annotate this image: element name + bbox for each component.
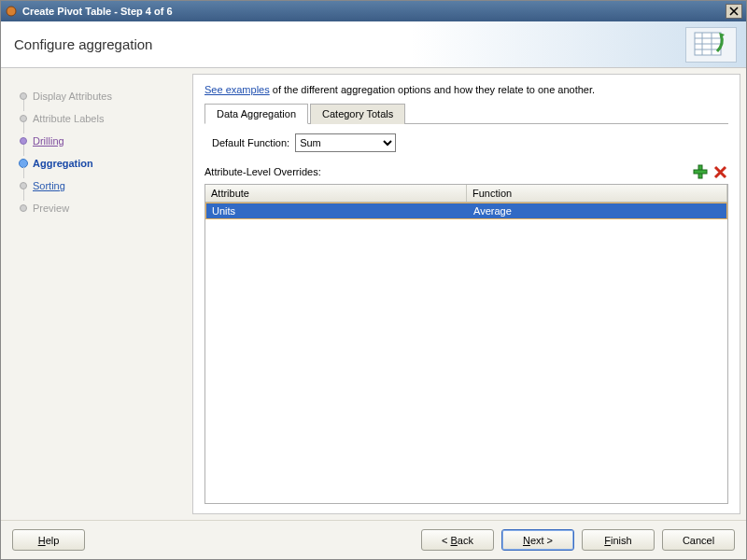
step-label: Attribute Labels — [33, 113, 104, 124]
wizard-header: Configure aggregation — [1, 21, 746, 68]
svg-point-0 — [7, 7, 16, 16]
step-label: Aggregation — [33, 158, 93, 169]
tabpane-data-aggregation: Default Function: Sum — [204, 124, 728, 158]
step-label: Sorting — [33, 180, 65, 191]
step-dot-icon — [20, 115, 27, 122]
col-function[interactable]: Function — [467, 185, 727, 202]
step-aggregation[interactable]: Aggregation — [16, 152, 185, 175]
step-dot-icon — [20, 137, 27, 145]
overrides-label: Attribute-Level Overrides: — [204, 166, 689, 177]
overrides-table: Attribute Function Units Average — [204, 184, 728, 504]
default-function-label: Default Function: — [212, 137, 289, 148]
intro-rest: of the different aggregation options and… — [270, 84, 595, 95]
step-label: Drilling — [33, 135, 64, 147]
window-title: Create Pivot Table - Step 4 of 6 — [22, 6, 726, 17]
step-drilling[interactable]: Drilling — [16, 130, 185, 152]
finish-button[interactable]: Finish — [582, 529, 655, 551]
step-label: Preview — [33, 203, 69, 214]
table-row[interactable]: Units Average — [205, 203, 727, 219]
step-display-attributes: Display Attributes — [16, 85, 185, 107]
help-rest: elp — [46, 535, 60, 546]
step-sidebar: Display Attributes Attribute Labels Dril… — [1, 68, 192, 520]
cell-function: Average — [468, 203, 726, 218]
default-function-select[interactable]: Sum — [295, 133, 396, 152]
wizard-footer: Help < Back Next > Finish Cancel — [1, 520, 746, 559]
step-label: Display Attributes — [33, 91, 112, 102]
close-button[interactable] — [726, 4, 742, 19]
cell-attribute: Units — [206, 203, 468, 218]
header-graphic — [685, 27, 737, 63]
titlebar: Create Pivot Table - Step 4 of 6 — [1, 1, 746, 21]
overrides-header: Attribute-Level Overrides: — [204, 163, 728, 180]
content-panel: See examples of the different aggregatio… — [192, 74, 740, 514]
col-attribute[interactable]: Attribute — [205, 185, 467, 202]
table-header: Attribute Function — [205, 185, 727, 203]
svg-rect-9 — [694, 170, 707, 174]
add-override-button[interactable] — [692, 163, 709, 180]
back-button[interactable]: < Back — [421, 529, 494, 551]
step-dot-icon — [20, 182, 27, 189]
tab-data-aggregation[interactable]: Data Aggregation — [204, 104, 308, 124]
table-body: Units Average — [205, 203, 727, 503]
app-icon — [5, 5, 18, 18]
step-sorting[interactable]: Sorting — [16, 175, 185, 197]
help-button[interactable]: Help — [12, 529, 85, 551]
page-title: Configure aggregation — [14, 36, 152, 52]
step-attribute-labels: Attribute Labels — [16, 107, 185, 130]
wizard-body: Display Attributes Attribute Labels Dril… — [1, 68, 746, 520]
step-preview: Preview — [16, 197, 185, 219]
step-dot-icon — [20, 204, 27, 212]
step-dot-icon — [20, 92, 27, 100]
intro-text: See examples of the different aggregatio… — [204, 84, 728, 95]
tab-strip: Data Aggregation Category Totals — [204, 103, 728, 124]
next-button[interactable]: Next > — [501, 529, 574, 551]
tab-category-totals[interactable]: Category Totals — [310, 104, 405, 124]
wizard-window: Create Pivot Table - Step 4 of 6 Configu… — [0, 0, 747, 560]
remove-override-button[interactable] — [712, 163, 728, 180]
cancel-button[interactable]: Cancel — [662, 529, 735, 551]
see-examples-link[interactable]: See examples — [204, 84, 270, 95]
